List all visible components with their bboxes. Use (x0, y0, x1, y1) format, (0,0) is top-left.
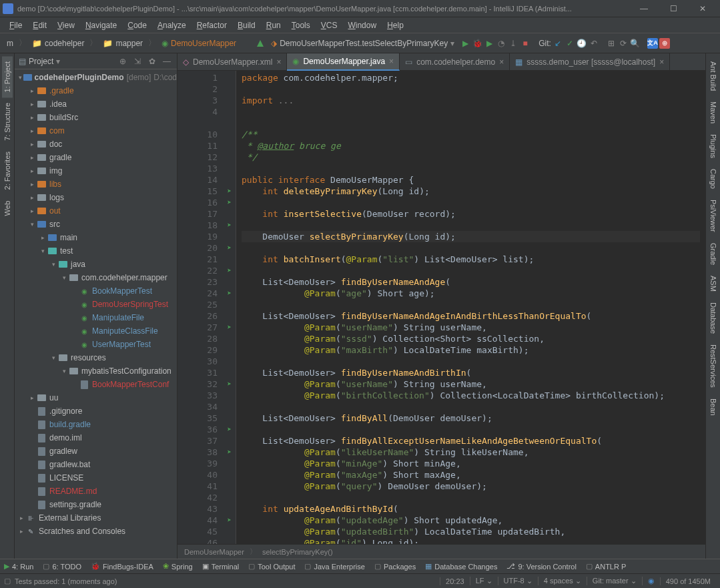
menu-navigate[interactable]: Navigate (80, 19, 122, 31)
nav-pkg1[interactable]: 📁codehelper (29, 37, 87, 49)
status-chrome-icon[interactable]: ◉ (642, 577, 660, 585)
nav-root[interactable]: m (4, 37, 16, 49)
project-hide-icon[interactable]: — (161, 55, 173, 67)
status-indent[interactable]: 4 spaces ⌄ (538, 577, 587, 585)
build-icon[interactable] (255, 38, 266, 49)
tree-item[interactable]: LICENSE (15, 471, 177, 485)
project-locate-icon[interactable]: ⊕ (117, 55, 129, 67)
bottom-tool-packages[interactable]: ▢Packages (374, 562, 416, 571)
tree-item[interactable]: build.gradle (15, 418, 177, 431)
tool-asm[interactable]: ASM (708, 270, 719, 297)
search-everywhere-icon[interactable]: 🔍 (630, 38, 641, 49)
tool-gradle[interactable]: Gradle (708, 238, 719, 270)
tool-structure[interactable]: 7: Structure (2, 97, 13, 146)
tree-item[interactable]: ▸com (15, 124, 177, 137)
tree-item[interactable]: ▸doc (15, 137, 177, 151)
tree-item[interactable]: ▸.gradle (15, 84, 177, 97)
nav-pkg2[interactable]: 📁mapper (100, 37, 145, 49)
tree-item[interactable]: demo.iml (15, 431, 177, 445)
bottom-tool-4-run[interactable]: ▶4: Run (4, 562, 33, 571)
window-maximize[interactable]: ☐ (659, 0, 688, 17)
bottom-tool-database-changes[interactable]: ▦Database Changes (425, 562, 497, 571)
tool-web[interactable]: Web (2, 196, 13, 221)
tree-item[interactable]: gradlew (15, 445, 177, 458)
stop-button[interactable]: ■ (520, 38, 530, 49)
tree-item[interactable]: ▸.idea (15, 97, 177, 111)
tab-close-icon[interactable]: × (659, 57, 664, 67)
window-minimize[interactable]: — (629, 0, 659, 17)
menu-tools[interactable]: Tools (286, 19, 316, 31)
bottom-tool-spring[interactable]: ❀Spring (163, 562, 193, 571)
editor-tab[interactable]: ▭com.codehelper.demo× (400, 53, 510, 71)
tree-item[interactable]: ◉DemoUserSpringTest (15, 298, 177, 311)
tree-item[interactable]: ▸logs (15, 191, 177, 204)
project-settings-icon[interactable]: ✿ (146, 55, 158, 67)
bottom-tool-terminal[interactable]: ▣Terminal (202, 562, 240, 571)
tree-item[interactable]: ▾com.codehelper.mapper (15, 271, 177, 284)
menu-analyze[interactable]: Analyze (152, 19, 192, 31)
tree-item[interactable]: README.md (15, 485, 177, 498)
menu-window[interactable]: Window (342, 19, 382, 31)
editor-tab[interactable]: ▦sssss.demo_user [sssss@localhost]× (510, 53, 670, 71)
menu-view[interactable]: View (52, 19, 80, 31)
editor-tab[interactable]: ◇DemoUserMapper.xml× (177, 53, 287, 71)
menu-build[interactable]: Build (232, 19, 261, 31)
editor-tab[interactable]: ◉DemoUserMapper.java× (287, 53, 400, 71)
tree-root[interactable]: ▾codehelperPluginDemo [demo] D:\cod (15, 71, 177, 84)
tree-item[interactable]: ▸libs (15, 178, 177, 191)
crumb-class[interactable]: DemoUserMapper (184, 548, 244, 556)
tree-item[interactable]: ▾java (15, 258, 177, 271)
menu-refactor[interactable]: Refactor (192, 19, 232, 31)
tree-item[interactable]: ▸uu (15, 391, 177, 404)
project-collapse-icon[interactable]: ⇲ (131, 55, 143, 67)
tree-item[interactable]: ▾src (15, 218, 177, 231)
tool-favorites[interactable]: 2: Favorites (2, 146, 13, 195)
git-revert-icon[interactable]: ↶ (589, 38, 599, 49)
menu-vcs[interactable]: VCS (316, 19, 343, 31)
tree-item[interactable]: ▸buildSrc (15, 111, 177, 124)
bottom-tool-antlr-p[interactable]: ▢ANTLR P (586, 562, 626, 571)
tree-item[interactable]: gradlew.bat (15, 458, 177, 471)
bottom-tool-tool-output[interactable]: ▢Tool Output (248, 562, 295, 571)
tree-item[interactable]: ◉UserMapperTest (15, 338, 177, 351)
tree-item[interactable]: ◉ManipulateFile (15, 311, 177, 324)
window-close[interactable]: ✕ (688, 0, 717, 17)
coverage-button[interactable]: ▶ (484, 38, 494, 49)
structure-popup-icon[interactable]: ⊞ (606, 38, 617, 49)
tree-item[interactable]: ▸gradle (15, 151, 177, 164)
tree-item[interactable]: ◉ManiputeClassFile (15, 324, 177, 338)
tab-close-icon[interactable]: × (389, 57, 394, 66)
tree-item[interactable]: ▾test (15, 244, 177, 258)
debug-button[interactable]: 🐞 (472, 38, 482, 49)
tree-item[interactable]: ▸✎Scratches and Consoles (15, 525, 177, 538)
bottom-tool-9-version-control[interactable]: ⎇9: Version Control (506, 562, 576, 571)
tree-item[interactable]: ▸out (15, 204, 177, 218)
tool-restservices[interactable]: RestServices (708, 339, 719, 393)
status-encoding[interactable]: UTF-8 ⌄ (498, 577, 538, 585)
git-history-icon[interactable]: 🕘 (577, 38, 587, 49)
tool-plugins[interactable]: Plugins (708, 129, 719, 164)
tree-item[interactable]: .gitignore (15, 404, 177, 418)
tool-ant-build[interactable]: Ant Build (708, 56, 719, 96)
nav-class[interactable]: ◉DemoUserMapper (159, 37, 239, 49)
crumb-method[interactable]: selectByPrimaryKey() (262, 548, 333, 556)
project-tree[interactable]: ▾codehelperPluginDemo [demo] D:\cod▸.gra… (15, 69, 177, 559)
bottom-tool-findbugs-idea[interactable]: 🐞FindBugs-IDEA (91, 562, 153, 571)
code-editor[interactable]: package com.codehelper.mapper; import ..… (236, 71, 705, 544)
tool-psiviewer[interactable]: PsiViewer (708, 194, 719, 238)
tree-item[interactable]: ▸⊪External Libraries (15, 511, 177, 525)
status-line-ending[interactable]: LF ⌄ (470, 577, 498, 585)
bottom-tool-java-enterprise[interactable]: ▢Java Enterprise (304, 562, 364, 571)
status-memory[interactable]: 490 of 1450M (660, 577, 716, 585)
run-configuration-selector[interactable]: ⬗ DemoUserMapperTest.testSelectByPrimary… (267, 37, 458, 49)
menu-run[interactable]: Run (261, 19, 286, 31)
menu-file[interactable]: File (4, 19, 27, 31)
tree-item[interactable]: ▸main (15, 231, 177, 244)
tree-item[interactable]: ▾resources (15, 351, 177, 364)
tree-item[interactable]: ▸img (15, 164, 177, 178)
tool-database[interactable]: Database (708, 297, 719, 339)
run-button[interactable]: ▶ (460, 38, 470, 49)
tree-item[interactable]: ▾mybatisTestConfiguration (15, 364, 177, 378)
git-update-icon[interactable]: ↙ (553, 38, 563, 49)
tab-close-icon[interactable]: × (499, 57, 504, 67)
